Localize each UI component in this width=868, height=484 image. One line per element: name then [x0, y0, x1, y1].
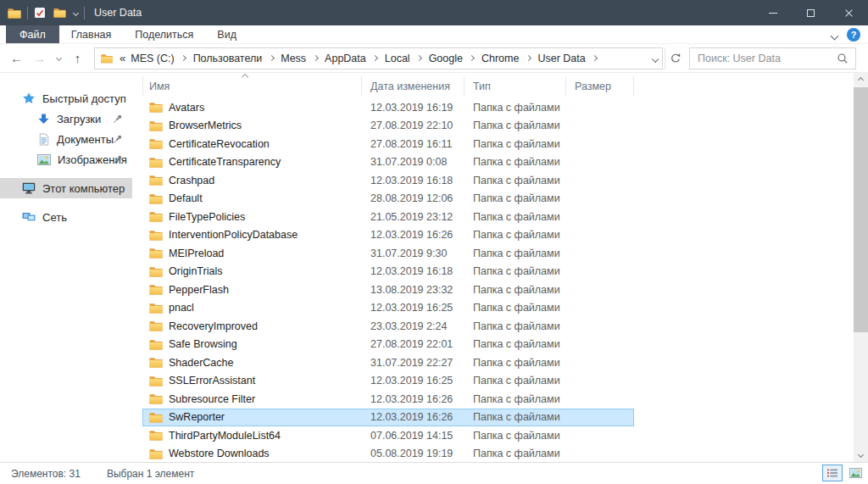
- maximize-button[interactable]: [792, 0, 830, 25]
- breadcrumb-chevron-icon[interactable]: [369, 56, 382, 60]
- breadcrumb-chevron-icon[interactable]: [588, 56, 602, 60]
- thumbnails-view-button[interactable]: [845, 465, 865, 481]
- explorer-window: User Data Файл Главная Поделиться Вид ? …: [0, 0, 868, 484]
- file-name: MEIPreload: [169, 248, 224, 259]
- file-list-area: Имя Дата изменения Тип Размер Avatars 12…: [132, 73, 868, 462]
- breadcrumb-chevron-icon[interactable]: [177, 56, 191, 60]
- new-folder-icon[interactable]: [53, 8, 66, 18]
- file-row[interactable]: SSLErrorAssistant 12.03.2019 16:25 Папка…: [142, 372, 634, 391]
- back-button[interactable]: ←: [5, 51, 28, 65]
- breadcrumb-chevron-icon[interactable]: [309, 56, 322, 60]
- sidebar-item-network[interactable]: Сеть: [0, 207, 132, 227]
- sidebar-item-this-pc[interactable]: Этот компьютер: [0, 178, 132, 198]
- folder-icon: [149, 393, 163, 404]
- address-dropdown-chevron-icon[interactable]: [653, 53, 658, 64]
- file-date-modified: 12.03.2019 16:18: [362, 175, 465, 186]
- breadcrumb-segment[interactable]: Chrome: [479, 53, 535, 64]
- up-button[interactable]: ↑: [66, 51, 89, 65]
- file-date-modified: 21.05.2019 23:12: [362, 211, 465, 223]
- file-date-modified: 12.03.2019 16:18: [362, 265, 465, 277]
- download-arrow-icon: [37, 113, 50, 125]
- sidebar-item-documents[interactable]: Документы: [0, 129, 132, 149]
- file-row[interactable]: CertificateTransparency 31.07.2019 0:08 …: [142, 153, 634, 172]
- column-header-type[interactable]: Тип: [465, 73, 566, 98]
- breadcrumb-chevron-icon[interactable]: [521, 56, 535, 60]
- tab-file[interactable]: Файл: [6, 25, 59, 43]
- file-row[interactable]: pnacl 12.03.2019 16:25 Папка с файлами: [142, 299, 634, 318]
- customize-toolbar-chevron-icon[interactable]: [74, 11, 78, 15]
- file-row[interactable]: Avatars 12.03.2019 16:19 Папка с файлами: [142, 98, 634, 117]
- file-row[interactable]: ThirdPartyModuleList64 07.06.2019 14:15 …: [142, 426, 634, 445]
- column-header-name[interactable]: Имя: [142, 73, 362, 98]
- file-row[interactable]: ShaderCache 31.07.2019 22:27 Папка с фай…: [142, 353, 634, 372]
- breadcrumb-chevron-icon[interactable]: [465, 56, 479, 60]
- file-row[interactable]: BrowserMetrics 27.08.2019 22:10 Папка с …: [142, 117, 634, 136]
- expand-ribbon-chevron-icon[interactable]: [832, 27, 837, 42]
- file-row[interactable]: OriginTrials 12.03.2019 16:18 Папка с фа…: [142, 263, 634, 281]
- breadcrumb-segment[interactable]: AppData: [322, 53, 382, 64]
- search-box: [689, 47, 856, 70]
- properties-icon[interactable]: [34, 7, 46, 19]
- folder-icon: [149, 320, 163, 331]
- status-bar: Элементов: 31 Выбран 1 элемент: [0, 462, 868, 484]
- file-row[interactable]: MEIPreload 31.07.2019 9:30 Папка с файла…: [142, 244, 634, 263]
- breadcrumb-segment[interactable]: Пользователи: [191, 53, 279, 64]
- file-name: Crashpad: [169, 175, 214, 186]
- tab-share[interactable]: Поделиться: [123, 25, 205, 43]
- file-row[interactable]: SwReporter 12.03.2019 16:26 Папка с файл…: [142, 409, 634, 427]
- close-button[interactable]: [830, 0, 868, 25]
- thumbnails-view-icon: [849, 468, 862, 478]
- file-row[interactable]: Subresource Filter 12.03.2019 16:26 Папк…: [142, 390, 634, 409]
- file-name: ShaderCache: [169, 357, 233, 369]
- file-date-modified: 31.07.2019 22:27: [362, 357, 465, 369]
- sidebar-item-pictures[interactable]: Изображения: [0, 149, 132, 170]
- details-view-button[interactable]: [822, 465, 843, 481]
- scroll-down-icon[interactable]: [854, 448, 868, 462]
- file-row[interactable]: InterventionPolicyDatabase 12.03.2019 16…: [142, 226, 634, 245]
- file-date-modified: 12.03.2019 16:25: [362, 302, 465, 314]
- breadcrumb-chevron-icon[interactable]: [264, 56, 278, 60]
- scrollbar-thumb[interactable]: [854, 87, 868, 332]
- file-row[interactable]: FileTypePolicies 21.05.2019 23:12 Папка …: [142, 208, 634, 226]
- file-type: Папка с файлами: [465, 320, 566, 332]
- file-row[interactable]: PepperFlash 13.08.2019 23:32 Папка с фай…: [142, 281, 634, 299]
- minimize-button[interactable]: [754, 0, 792, 25]
- breadcrumb-segment[interactable]: Mess: [278, 53, 322, 64]
- file-row[interactable]: Crashpad 12.03.2019 16:18 Папка с файлам…: [142, 171, 634, 190]
- sidebar-item-quick-access[interactable]: Быстрый доступ: [0, 88, 132, 108]
- breadcrumb-segment[interactable]: User Data: [535, 53, 601, 64]
- breadcrumb-segment[interactable]: Local: [382, 53, 426, 64]
- file-row[interactable]: CertificateRevocation 27.08.2019 16:11 П…: [142, 135, 634, 153]
- file-date-modified: 12.03.2019 16:19: [362, 102, 465, 114]
- breadcrumb-segment[interactable]: MES (C:): [128, 53, 190, 64]
- close-icon: [844, 8, 854, 18]
- forward-button[interactable]: →: [28, 51, 51, 65]
- help-icon[interactable]: ?: [847, 28, 860, 42]
- breadcrumb-chevron-icon[interactable]: [413, 56, 426, 60]
- search-icon[interactable]: [837, 53, 849, 64]
- sidebar-item-label: Документы: [57, 133, 114, 146]
- file-row[interactable]: Default 28.08.2019 12:06 Папка с файлами: [142, 190, 634, 209]
- scroll-up-icon[interactable]: [854, 73, 868, 87]
- refresh-icon[interactable]: [665, 47, 685, 70]
- file-date-modified: 13.08.2019 23:32: [362, 284, 465, 296]
- column-header-size[interactable]: Размер: [566, 73, 634, 98]
- breadcrumb-overflow[interactable]: «: [119, 52, 128, 64]
- file-row[interactable]: RecoveryImproved 23.03.2019 2:24 Папка с…: [142, 317, 634, 336]
- file-name: FileTypePolicies: [169, 211, 245, 223]
- file-row[interactable]: Safe Browsing 27.08.2019 22:01 Папка с ф…: [142, 336, 634, 354]
- folder-icon: [149, 339, 163, 350]
- file-row[interactable]: Webstore Downloads 05.08.2019 19:19 Папк…: [142, 445, 634, 463]
- tab-view[interactable]: Вид: [205, 25, 248, 43]
- folder-icon: [149, 138, 163, 149]
- address-bar[interactable]: « MES (C:) Пользователи Mess AppData Loc…: [94, 47, 663, 70]
- file-type: Папка с файлами: [465, 120, 566, 131]
- sidebar-item-downloads[interactable]: Загрузки: [0, 108, 132, 129]
- tab-home[interactable]: Главная: [59, 25, 124, 43]
- search-input[interactable]: [690, 53, 837, 64]
- recent-locations-chevron-icon[interactable]: [51, 56, 66, 60]
- vertical-scrollbar[interactable]: [854, 73, 868, 462]
- column-header-date[interactable]: Дата изменения: [362, 73, 465, 98]
- folder-icon: [149, 193, 163, 204]
- breadcrumb-segment[interactable]: Google: [426, 53, 479, 64]
